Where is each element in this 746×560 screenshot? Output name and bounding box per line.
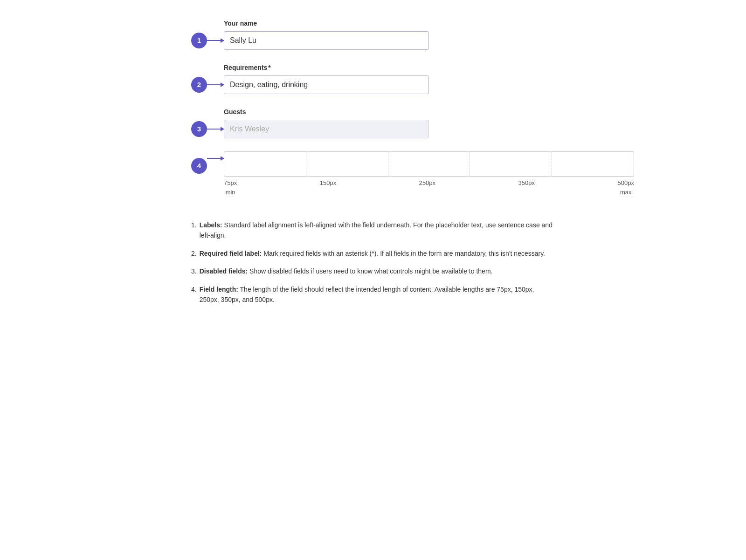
form-row-3: 3 [191,120,555,138]
label-row-2: Requirements [224,63,555,73]
label-row-1: Your name [224,19,555,28]
note-text-2: Required field label: Mark required fiel… [200,248,545,259]
field-label-3: Guests [224,107,555,117]
guests-input [224,120,429,138]
field-label-1: Your name [224,19,555,28]
ruler-label-4: 350px [518,178,535,197]
note-bold-1: Labels: [200,221,222,229]
form-row-2: 2 [191,75,555,94]
ruler-label-3: 250px [419,178,435,197]
step-arrow-2 [207,84,224,85]
note-body-3: Show disabled fields if users need to kn… [248,267,492,275]
ruler-label-2: 150px [320,178,336,197]
note-item-3: 3. Disabled fields: Show disabled fields… [191,266,555,276]
step-badge-1: 1 [191,33,207,48]
note-number-4: 4. [191,284,197,294]
note-body-1: Standard label alignment is left-aligned… [200,221,553,239]
step-badge-3: 3 [191,121,207,137]
note-number-2: 2. [191,248,197,259]
note-item-4: 4. Field length: The length of the field… [191,284,555,305]
step-badge-2: 2 [191,77,207,93]
field-label-2: Requirements [224,63,555,73]
ruler-bar [224,151,634,177]
notes-section: 1. Labels: Standard label alignment is l… [191,220,555,305]
step-badge-4: 4 [191,158,207,174]
note-body-2: Mark required fields with an asterisk (*… [262,250,546,257]
form-field-wrapper-2 [224,75,555,94]
note-item-2: 2. Required field label: Mark required f… [191,248,555,259]
form-row-1: 1 [191,31,555,50]
step-arrow-1 [207,40,224,41]
ruler-wrapper: 75pxmin 150px 250px 350px 500pxmax [224,151,634,197]
note-item-1: 1. Labels: Standard label alignment is l… [191,220,555,241]
demo-section: Your name 1 Requirements 2 Guests 3 [191,19,555,197]
ruler-seg-5 [552,152,634,176]
requirements-input[interactable] [224,75,429,94]
label-row-3: Guests [224,107,555,117]
form-field-wrapper-1 [224,31,555,50]
ruler-label-1: 75pxmin [224,178,237,197]
ruler-seg-4 [470,152,552,176]
note-text-3: Disabled fields: Show disabled fields if… [200,266,493,276]
note-bold-3: Disabled fields: [200,267,248,275]
name-input[interactable] [224,31,429,50]
step-arrow-4 [207,158,224,159]
note-text-1: Labels: Standard label alignment is left… [200,220,555,241]
form-row-4: 4 75pxmin 150px 250px 350px 500pxmax [191,151,555,197]
note-bold-2: Required field label: [200,250,262,257]
step-arrow-3 [207,129,224,130]
note-text-4: Field length: The length of the field sh… [200,284,555,305]
ruler-seg-1 [224,152,306,176]
ruler-seg-2 [306,152,388,176]
form-field-wrapper-3 [224,120,555,138]
page-wrapper: Your name 1 Requirements 2 Guests 3 [163,0,583,331]
note-body-4: The length of the field should reflect t… [200,286,534,303]
note-number-3: 3. [191,266,197,276]
ruler-label-5: 500pxmax [618,178,634,197]
note-bold-4: Field length: [200,286,238,293]
ruler-seg-3 [388,152,470,176]
note-number-1: 1. [191,220,197,230]
ruler-labels: 75pxmin 150px 250px 350px 500pxmax [224,177,634,197]
